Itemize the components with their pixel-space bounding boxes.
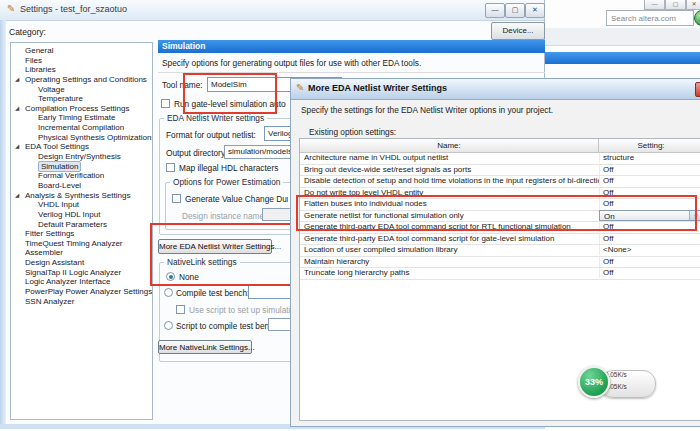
- run-gate-checkbox[interactable]: [161, 99, 170, 108]
- annotation-rectangle-options: [296, 195, 697, 231]
- tree-item-signaltap-ii-logic-analyzer[interactable]: SignalTap II Logic Analyzer: [11, 268, 152, 278]
- option-row[interactable]: Truncate long hierarchy pathsOff: [300, 268, 700, 280]
- tree-item-logic-analyzer-interface[interactable]: Logic Analyzer Interface: [11, 277, 152, 287]
- tree-item-board-level[interactable]: Board-Level: [11, 181, 152, 191]
- settings-minimize-button[interactable]: —: [485, 3, 505, 18]
- tree-item-label: Physical Synthesis Optimizations: [38, 133, 153, 142]
- option-setting-value: Off: [603, 268, 614, 277]
- tree-item-general[interactable]: General: [11, 46, 152, 56]
- maximize-icon: ▢: [512, 6, 519, 13]
- search-input[interactable]: Search altera.com: [606, 10, 694, 26]
- tree-item-eda-tool-settings[interactable]: ◢EDA Tool Settings: [11, 142, 152, 152]
- option-row[interactable]: Location of user compiled simulation lib…: [300, 245, 700, 257]
- existing-options-label: Existing option settings:: [309, 127, 396, 137]
- tree-item-label: Operating Settings and Conditions: [25, 75, 147, 84]
- column-header-setting[interactable]: Setting:: [599, 139, 700, 152]
- tree-item-physical-synthesis-optimizations[interactable]: Physical Synthesis Optimizations: [11, 133, 152, 143]
- tree-item-compilation-process-settings[interactable]: ◢Compilation Process Settings: [11, 104, 152, 114]
- tree-item-files[interactable]: Files: [11, 56, 152, 66]
- tree-item-libraries[interactable]: Libraries: [11, 65, 152, 75]
- compile-testbench-radio[interactable]: [164, 288, 173, 297]
- tree-expanded-icon[interactable]: ◢: [15, 75, 25, 85]
- tree-item-ssn-analyzer[interactable]: SSN Analyzer: [11, 297, 152, 307]
- globe-icon[interactable]: [694, 10, 700, 26]
- option-setting[interactable]: Off: [599, 176, 700, 186]
- option-setting[interactable]: Off: [599, 268, 700, 278]
- app-minimize-button[interactable]: —: [644, 0, 665, 10]
- option-setting[interactable]: Off: [599, 257, 700, 267]
- tree-item-verilog-hdl-input[interactable]: Verilog HDL Input: [11, 210, 152, 220]
- tree-item-label: Default Parameters: [38, 220, 107, 229]
- more-nativelink-button[interactable]: More NativeLink Settings...: [158, 340, 252, 354]
- vcd-label: Generate Value Change Dump (VCD) file sc…: [185, 194, 288, 204]
- minimize-icon: —: [652, 1, 658, 7]
- tree-item-voltage[interactable]: Voltage: [11, 85, 152, 95]
- option-name: Architecture name in VHDL output netlist: [300, 153, 600, 163]
- dialog-close-button[interactable]: ✕: [695, 82, 700, 97]
- progress-badge[interactable]: 33%: [578, 366, 610, 398]
- tree-item-assembler[interactable]: Assembler: [11, 248, 152, 258]
- tree-item-label: Early Timing Estimate: [38, 113, 115, 122]
- option-row[interactable]: Bring out device-wide set/reset signals …: [300, 165, 700, 177]
- settings-maximize-button[interactable]: ▢: [505, 3, 525, 18]
- use-script-checkbox[interactable]: [176, 305, 185, 314]
- tree-item-label: EDA Tool Settings: [25, 142, 89, 151]
- tree-item-simulation[interactable]: Simulation: [11, 162, 152, 172]
- tree-item-formal-verification[interactable]: Formal Verification: [11, 171, 152, 181]
- tree-item-temperature[interactable]: Temperature: [11, 94, 152, 104]
- tree-expanded-icon[interactable]: ◢: [15, 191, 25, 201]
- tree-item-label: Files: [25, 56, 42, 65]
- option-setting-value: Off: [603, 165, 614, 174]
- tree-item-fitter-settings[interactable]: Fitter Settings: [11, 229, 152, 239]
- screen: — ▢ ✕ Search altera.com ✎ Settings - tes…: [0, 0, 700, 431]
- map-illegal-label: Map illegal HDL characters: [179, 163, 278, 173]
- dialog-title: More EDA Netlist Writer Settings: [308, 83, 447, 93]
- pencil-icon: ✎: [7, 3, 15, 14]
- column-header-name[interactable]: Name:: [300, 139, 599, 152]
- vcd-checkbox[interactable]: [172, 194, 181, 203]
- option-setting[interactable]: Off: [599, 234, 700, 244]
- network-monitor[interactable]: ▲ 0.05K/s ▼ 0.05K/s 33%: [578, 366, 656, 400]
- option-name: Truncate long hierarchy paths: [300, 268, 600, 278]
- tree-item-default-parameters[interactable]: Default Parameters: [11, 220, 152, 230]
- tree-expanded-icon[interactable]: ◢: [15, 104, 25, 114]
- settings-titlebar[interactable]: ✎ Settings - test_for_szaotuo — ▢ ✕: [0, 0, 544, 21]
- tree-item-label: Logic Analyzer Interface: [25, 277, 110, 286]
- tree-expanded-icon[interactable]: ◢: [15, 142, 25, 152]
- settings-close-button[interactable]: ✕: [525, 3, 545, 18]
- device-button[interactable]: Device...: [491, 22, 545, 40]
- tree-item-early-timing-estimate[interactable]: Early Timing Estimate: [11, 113, 152, 123]
- category-tree[interactable]: GeneralFilesLibraries◢Operating Settings…: [10, 42, 153, 420]
- tree-item-design-entry-synthesis[interactable]: Design Entry/Synthesis: [11, 152, 152, 162]
- option-row[interactable]: Maintain hierarchyOff: [300, 257, 700, 269]
- panel-description: Specify options for generating output fi…: [162, 58, 421, 68]
- tree-item-incremental-compilation[interactable]: Incremental Compilation: [11, 123, 152, 133]
- tree-item-powerplay-power-analyzer-settings[interactable]: PowerPlay Power Analyzer Settings: [11, 287, 152, 297]
- tree-item-vhdl-input[interactable]: VHDL Input: [11, 200, 152, 210]
- option-row[interactable]: Disable detection of setup and hold time…: [300, 176, 700, 188]
- option-row[interactable]: Generate third-party EDA tool command sc…: [300, 234, 700, 246]
- app-maximize-button[interactable]: ▢: [665, 0, 686, 10]
- tree-item-label: Libraries: [25, 65, 56, 74]
- script-compile-radio[interactable]: [164, 321, 173, 330]
- option-setting-value: structure: [603, 153, 634, 162]
- tree-item-analysis-synthesis-settings[interactable]: ◢Analysis & Synthesis Settings: [11, 191, 152, 201]
- table-header[interactable]: Name: Setting:: [300, 139, 700, 153]
- option-name: Bring out device-wide set/reset signals …: [300, 165, 600, 175]
- option-setting[interactable]: structure: [599, 153, 700, 163]
- window-frame: [0, 20, 6, 425]
- minimize-icon: —: [492, 6, 499, 13]
- tree-item-label: TimeQuest Timing Analyzer: [25, 239, 123, 248]
- eda-group-label: EDA Netlist Writer settings: [164, 113, 267, 123]
- option-setting[interactable]: Off: [599, 165, 700, 175]
- option-setting[interactable]: <None>: [599, 245, 700, 255]
- tree-item-operating-settings-and-conditions[interactable]: ◢Operating Settings and Conditions: [11, 75, 152, 85]
- map-illegal-checkbox[interactable]: [166, 163, 175, 172]
- dialog-titlebar[interactable]: ✎ More EDA Netlist Writer Settings ✕: [291, 79, 700, 100]
- tree-item-design-assistant[interactable]: Design Assistant: [11, 258, 152, 268]
- annotation-rectangle-more-eda: [150, 223, 302, 286]
- app-close-button[interactable]: ✕: [686, 0, 700, 10]
- output-directory-label: Output directory:: [166, 148, 227, 158]
- tree-item-timequest-timing-analyzer[interactable]: TimeQuest Timing Analyzer: [11, 239, 152, 249]
- option-row[interactable]: Architecture name in VHDL output netlist…: [300, 153, 700, 165]
